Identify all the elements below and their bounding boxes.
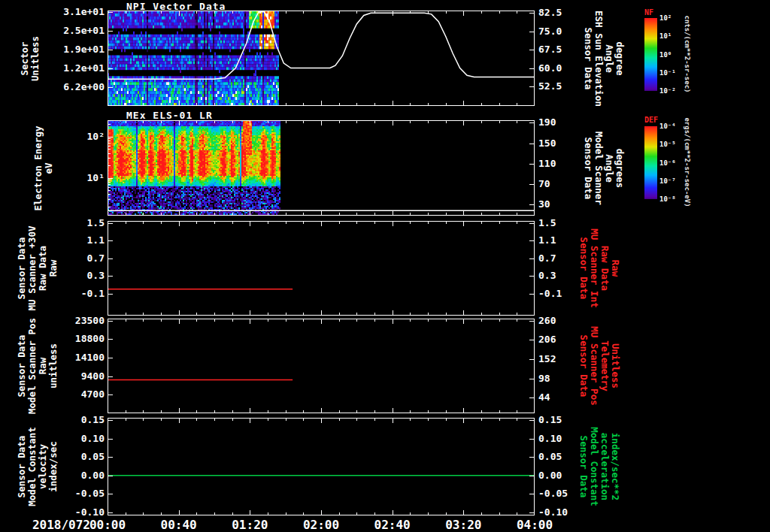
def-colorbar-title: DEF [644,116,658,124]
x-tick-label: 04:00 [508,518,561,532]
axis-label-line: acceleration [599,427,610,506]
axis-label-line: MU Scanner Pos [589,326,599,405]
x-tick-label: 00:40 [153,518,205,532]
axis-label-line: Raw Data [38,226,48,311]
axis-label-line: Unitless [610,326,620,405]
axis-label-line: Raw [48,226,59,311]
axis-label-line: Sensor Data [578,326,589,405]
axis-label-line: MU Scanner Int [589,228,599,307]
axis-label-line: index/sec**2 [610,427,620,506]
axis-label-line: Sensor Data [578,228,589,307]
axis-label-line: Raw Data [599,228,610,307]
axis-label-line: eV [44,125,54,210]
y-tick-label: 1.9e+01 [42,44,105,55]
colorbar-tick-label: 10⁰ [659,51,691,59]
axis-label-line: Telemetry [599,326,610,405]
left-axis-label: Sensor DataModel Constantvelocityindex/s… [17,427,59,506]
colorbar-tick-label: 10⁻⁵ [659,141,691,148]
x-tick-label: 02:00 [295,518,347,532]
axis-label-line: degree [614,11,625,107]
y-tick-label: 0.15 [42,415,105,425]
axis-label-line: Raw [610,228,620,307]
axis-label-line: Sensor Data [583,11,593,107]
left-axis-label: Sensor DataMU Scanner +30VRaw DataRaw [17,226,59,311]
right-axis-label: index/sec**2accelerationModel ConstantSe… [578,427,620,506]
model-scanner-pos-canvas [108,319,535,413]
x-tick-label: 02:40 [366,518,419,532]
colorbar-tick-label: 10⁻⁸ [659,195,691,203]
x-tick-label: 00:00 [81,518,134,532]
axis-label-line: Angle [604,11,614,107]
els-spectrogram-canvas [108,120,535,216]
colorbar-tick-label: 10² [659,14,691,22]
colorbar-tick-label: 10⁻⁶ [659,159,691,167]
colorbar-tick-label: 10⁻⁷ [659,177,691,185]
y-tick-label: 190 [538,117,596,128]
y-tick-label: 1.2e+01 [42,63,105,74]
axis-label-line: Angle [604,131,614,205]
axis-label-line: Sensor Data [17,427,27,506]
x-tick-label: 03:20 [437,518,490,532]
panel-title-els: MEx ELS-01 LR [126,110,213,121]
y-tick-label: 2.5e+01 [42,26,105,36]
colorbar-tick-label: 10⁻¹ [659,69,691,77]
axis-label-line: Sensor Data [583,131,593,205]
nf-colorbar [644,18,657,91]
axis-label-line: index/sec [48,427,59,506]
axis-label-line: degrees [614,131,625,205]
colorbar-tick-label: 10⁻² [659,87,691,95]
nf-colorbar-title: NF [644,8,653,17]
left-axis-label: SectorUnitless [20,35,41,80]
axis-label-line: velocity [38,427,48,506]
left-axis-label: Electron EnergyeV [33,125,54,210]
time-series-plot-page: NPI Vector Data MEx ELS-01 LR NF DEF cnt… [0,0,770,532]
axis-label-line: Sensor Data [17,226,27,311]
y-tick-label: 260 [538,316,596,326]
axis-label-line: MU Scanner +30V [27,226,38,311]
y-tick-label: -0.10 [538,507,596,518]
x-axis-date-label: 2018/072 [21,518,90,532]
axis-label-line: ESH Sun Elevation [593,11,604,107]
axis-label-line: Model Constant [589,427,599,506]
axis-label-line: Model Constant [27,427,38,506]
y-tick-label: 3.1e+01 [42,7,105,17]
axis-label-line: Sensor Data [17,318,27,414]
right-axis-label: degreesAngleModel ScannerSensor Data [583,131,625,205]
y-tick-label: 6.2e+00 [42,82,105,92]
axis-label-line: unitless [48,318,59,414]
y-tick-label: 1.5 [538,218,596,228]
npi-spectrogram-canvas [108,11,535,106]
axis-label-line: Raw [38,318,48,414]
axis-label-line: Model Scanner [593,131,604,205]
def-colorbar [644,126,657,199]
axis-label-line: Electron Energy [33,125,44,210]
y-tick-label: -0.10 [42,507,105,518]
axis-label-line: Model Scanner Pos [27,318,38,414]
axis-label-line: Unitless [30,35,41,80]
right-axis-label: UnitlessTelemetryMU Scanner PosSensor Da… [578,326,620,405]
axis-label-line: Sensor Data [578,427,589,506]
left-axis-label: Sensor DataModel Scanner PosRawunitless [17,318,59,414]
x-tick-label: 01:20 [223,518,276,532]
model-constant-vel-canvas [108,418,535,515]
right-axis-label: degreeAngleESH Sun ElevationSensor Data [583,11,625,107]
right-axis-label: RawRaw DataMU Scanner IntSensor Data [578,228,620,307]
mu-scanner-30v-canvas [108,221,535,316]
axis-label-line: Sector [20,35,30,80]
colorbar-tick-label: 10⁻⁴ [659,122,691,130]
y-tick-label: 0.15 [538,415,596,425]
colorbar-tick-label: 10¹ [659,32,691,40]
